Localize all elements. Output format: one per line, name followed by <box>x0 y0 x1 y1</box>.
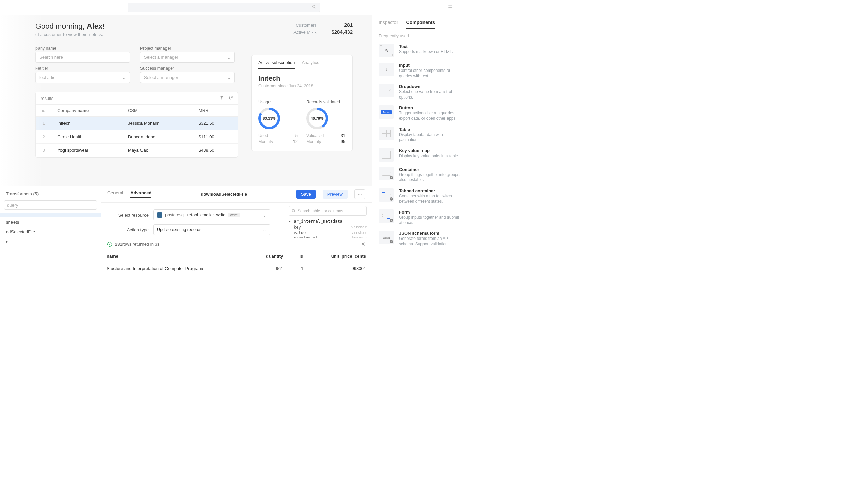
tab-advanced[interactable]: Advanced <box>131 190 151 198</box>
postgresql-icon <box>157 212 162 218</box>
frequently-used-label: Frequently used <box>372 29 469 41</box>
container-icon: + <box>379 167 394 180</box>
component-form[interactable]: + FormGroup inputs together and submit a… <box>372 207 469 228</box>
component-key-value[interactable]: Key value mapDisplay key value pairs in … <box>372 145 469 164</box>
table-row[interactable]: 3Yogi sportswearMaya Gao$438.50 <box>36 144 238 157</box>
svg-line-3 <box>294 211 295 212</box>
resource-select[interactable]: postgresql retool_emailer_write write <box>153 210 270 220</box>
canvas: Good morning, Alex! ct a customer to vie… <box>0 15 372 280</box>
action-type-label: Action type <box>108 227 149 232</box>
component-table[interactable]: TableDisplay tabular data with paginatio… <box>372 124 469 145</box>
results-title: results <box>40 96 53 101</box>
subscription-card: Active subscription Analytics Initech Cu… <box>251 55 352 151</box>
query-item[interactable]: e <box>0 237 101 247</box>
query-item[interactable] <box>0 213 101 217</box>
global-search[interactable] <box>128 3 320 12</box>
table-row[interactable]: 2Circle HealthDuncan Idaho$111.00 <box>36 130 238 144</box>
svg-line-1 <box>315 7 316 8</box>
tab-components[interactable]: Components <box>406 20 435 29</box>
form-icon: + <box>379 210 394 223</box>
component-json-schema-form[interactable]: JSON+ JSON schema formGenerate forms fro… <box>372 228 469 249</box>
query-item[interactable]: sheets <box>0 217 101 227</box>
result-table: name quantity id unit_price_cents Stuctu… <box>101 250 372 280</box>
schema-col: keyvarchar <box>289 225 367 230</box>
component-tabbed-container[interactable]: + Tabbed containerContainer with a tab t… <box>372 185 469 207</box>
schema-col: valuevarchar <box>289 230 367 235</box>
component-container[interactable]: + ContainerGroup things together into gr… <box>372 164 469 185</box>
market-tier-select[interactable]: lect a tier <box>35 72 130 83</box>
topbar: ☰ <box>0 0 469 15</box>
transformers-tab[interactable]: Transformers (5) <box>6 191 38 196</box>
search-icon <box>312 5 316 10</box>
project-manager-label: Project manager <box>140 46 235 51</box>
resource-label: Select resource <box>108 213 149 218</box>
svg-point-0 <box>313 5 315 8</box>
query-title: downloadSelectedFile <box>158 192 290 197</box>
panels-icon[interactable]: ☰ <box>448 4 452 11</box>
query-item[interactable]: adSelectedFile <box>0 227 101 237</box>
close-icon[interactable]: ✕ <box>361 241 365 247</box>
filter-icon[interactable] <box>220 95 224 101</box>
status-bar: ✓ 231 rows returned in 3s ✕ <box>101 238 372 250</box>
component-input[interactable]: I InputControl other components or queri… <box>372 60 469 81</box>
dropdown-icon <box>379 84 394 97</box>
query-panel: Transformers (5) query sheets adSelected… <box>0 185 372 280</box>
right-sidebar: Inspector Components Frequently used A T… <box>372 15 469 280</box>
success-manager-label: Success manager <box>140 66 235 71</box>
result-row[interactable]: Stucture and Interpretation of Computer … <box>101 263 372 275</box>
refresh-icon[interactable] <box>229 95 233 101</box>
usage-label: Usage <box>258 100 297 104</box>
tab-active-subscription[interactable]: Active subscription <box>258 60 295 69</box>
market-tier-label: ket tier <box>35 66 130 71</box>
customer-since: Customer since Jun 24, 2018 <box>258 84 345 93</box>
button-icon: Action <box>379 105 394 119</box>
project-manager-select[interactable]: Select a manager <box>140 52 235 63</box>
table-header: id Company name CSM MRR <box>36 105 238 117</box>
records-gauge: 40.78% <box>306 108 328 129</box>
company-name-label: pany name <box>35 46 130 51</box>
action-type-select[interactable]: Update existing records <box>153 224 270 235</box>
table-icon <box>379 127 394 140</box>
component-dropdown[interactable]: DropdownSelect one value from a list of … <box>372 81 469 103</box>
table-row[interactable]: 1InitechJessica Mohaim$321.50 <box>36 117 238 130</box>
query-search[interactable]: query <box>4 200 97 210</box>
results-card: results id Company name CSM MRR <box>35 92 238 158</box>
check-icon: ✓ <box>107 242 112 247</box>
company-name-input[interactable]: Search here <box>35 52 130 63</box>
tab-inspector[interactable]: Inspector <box>379 20 398 29</box>
text-icon: A <box>379 44 394 57</box>
schema-table[interactable]: ▾ ar_internal_metadata <box>289 219 367 224</box>
tab-analytics[interactable]: Analytics <box>301 60 319 69</box>
stats: Customers281 Active MRR$284,432 <box>293 22 352 36</box>
usage-gauge: 83.33% <box>258 108 280 129</box>
save-button[interactable]: Save <box>296 190 316 199</box>
json-form-icon: JSON+ <box>379 231 394 244</box>
preview-button[interactable]: Preview <box>323 190 347 199</box>
tab-general[interactable]: General <box>107 190 123 198</box>
key-value-icon <box>379 148 394 162</box>
schema-search[interactable]: Search tables or columns <box>289 206 367 216</box>
records-label: Records validated <box>306 100 345 104</box>
success-manager-select[interactable]: Select a manager <box>140 72 235 83</box>
tabbed-container-icon: + <box>379 188 394 202</box>
component-button[interactable]: Action ButtonTrigger actions like run qu… <box>372 103 469 124</box>
customer-name: Initech <box>258 75 345 82</box>
component-text[interactable]: A TextSupports markdown or HTML. <box>372 41 469 60</box>
more-button[interactable]: ⋯ <box>354 189 365 199</box>
input-icon: I <box>379 63 394 76</box>
svg-point-2 <box>292 210 294 212</box>
